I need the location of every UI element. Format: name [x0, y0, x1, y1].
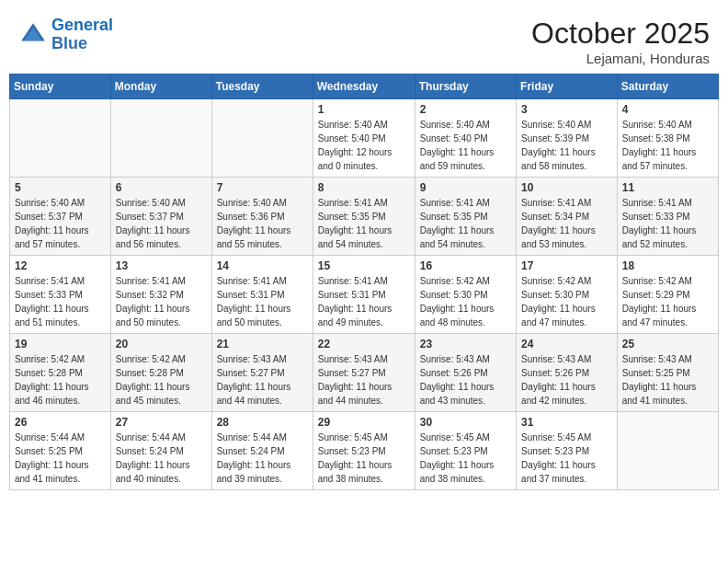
day-number: 8 [318, 181, 410, 194]
day-number: 11 [622, 181, 713, 194]
day-number: 31 [521, 416, 612, 429]
day-number: 20 [116, 338, 207, 350]
logo-line1: General [51, 16, 113, 34]
day-info: Sunrise: 5:40 AM Sunset: 5:40 PM Dayligh… [318, 118, 410, 173]
logo-icon [18, 20, 48, 50]
day-number: 5 [15, 181, 106, 194]
day-number: 10 [521, 181, 612, 194]
day-number: 21 [217, 338, 308, 350]
day-info: Sunrise: 5:42 AM Sunset: 5:30 PM Dayligh… [521, 274, 612, 329]
day-info: Sunrise: 5:43 AM Sunset: 5:25 PM Dayligh… [622, 352, 713, 408]
calendar-cell: 22Sunrise: 5:43 AM Sunset: 5:27 PM Dayli… [313, 334, 415, 412]
day-number: 1 [318, 103, 410, 116]
day-info: Sunrise: 5:42 AM Sunset: 5:28 PM Dayligh… [15, 352, 106, 408]
day-info: Sunrise: 5:42 AM Sunset: 5:30 PM Dayligh… [420, 274, 511, 329]
month-title: October 2025 [531, 17, 710, 51]
day-number: 9 [420, 181, 511, 194]
day-info: Sunrise: 5:43 AM Sunset: 5:27 PM Dayligh… [318, 352, 410, 408]
day-number: 6 [116, 181, 207, 194]
day-info: Sunrise: 5:43 AM Sunset: 5:27 PM Dayligh… [217, 352, 308, 408]
calendar-cell: 16Sunrise: 5:42 AM Sunset: 5:30 PM Dayli… [415, 256, 516, 334]
day-number: 13 [116, 259, 207, 272]
day-info: Sunrise: 5:40 AM Sunset: 5:38 PM Dayligh… [622, 118, 713, 173]
day-info: Sunrise: 5:40 AM Sunset: 5:37 PM Dayligh… [116, 196, 207, 251]
day-info: Sunrise: 5:40 AM Sunset: 5:39 PM Dayligh… [521, 118, 612, 173]
day-info: Sunrise: 5:45 AM Sunset: 5:23 PM Dayligh… [420, 431, 511, 486]
calendar-cell: 27Sunrise: 5:44 AM Sunset: 5:24 PM Dayli… [110, 412, 211, 490]
day-number: 2 [420, 103, 511, 116]
day-info: Sunrise: 5:41 AM Sunset: 5:35 PM Dayligh… [420, 196, 511, 251]
day-info: Sunrise: 5:40 AM Sunset: 5:37 PM Dayligh… [15, 196, 106, 251]
weekday-header-row: SundayMondayTuesdayWednesdayThursdayFrid… [10, 75, 719, 99]
day-number: 15 [318, 259, 410, 272]
calendar-cell: 19Sunrise: 5:42 AM Sunset: 5:28 PM Dayli… [10, 334, 111, 412]
calendar-cell: 6Sunrise: 5:40 AM Sunset: 5:37 PM Daylig… [110, 178, 211, 256]
calendar-cell: 11Sunrise: 5:41 AM Sunset: 5:33 PM Dayli… [617, 178, 718, 256]
day-info: Sunrise: 5:41 AM Sunset: 5:35 PM Dayligh… [318, 196, 410, 251]
day-number: 7 [217, 181, 308, 194]
calendar-cell: 1Sunrise: 5:40 AM Sunset: 5:40 PM Daylig… [313, 99, 415, 178]
calendar-cell: 29Sunrise: 5:45 AM Sunset: 5:23 PM Dayli… [313, 412, 415, 490]
day-number: 17 [521, 259, 612, 272]
weekday-header-saturday: Saturday [617, 75, 718, 99]
day-number: 4 [622, 103, 713, 116]
calendar-cell: 7Sunrise: 5:40 AM Sunset: 5:36 PM Daylig… [211, 178, 313, 256]
calendar-cell: 3Sunrise: 5:40 AM Sunset: 5:39 PM Daylig… [517, 99, 618, 178]
day-info: Sunrise: 5:41 AM Sunset: 5:32 PM Dayligh… [116, 274, 207, 329]
title-area: October 2025 Lejamani, Honduras [531, 17, 710, 66]
calendar-week-1: 1Sunrise: 5:40 AM Sunset: 5:40 PM Daylig… [10, 99, 719, 178]
calendar-cell: 23Sunrise: 5:43 AM Sunset: 5:26 PM Dayli… [415, 334, 516, 412]
calendar-cell: 21Sunrise: 5:43 AM Sunset: 5:27 PM Dayli… [211, 334, 313, 412]
calendar-week-5: 26Sunrise: 5:44 AM Sunset: 5:25 PM Dayli… [10, 412, 719, 490]
calendar-cell: 14Sunrise: 5:41 AM Sunset: 5:31 PM Dayli… [211, 256, 313, 334]
calendar-cell: 9Sunrise: 5:41 AM Sunset: 5:35 PM Daylig… [415, 178, 516, 256]
day-info: Sunrise: 5:40 AM Sunset: 5:36 PM Dayligh… [217, 196, 308, 251]
day-info: Sunrise: 5:41 AM Sunset: 5:34 PM Dayligh… [521, 196, 612, 251]
day-info: Sunrise: 5:41 AM Sunset: 5:33 PM Dayligh… [15, 274, 106, 329]
day-number: 19 [15, 338, 106, 350]
weekday-header-monday: Monday [110, 75, 211, 99]
day-info: Sunrise: 5:41 AM Sunset: 5:31 PM Dayligh… [318, 274, 410, 329]
day-number: 3 [521, 103, 612, 116]
calendar-cell: 18Sunrise: 5:42 AM Sunset: 5:29 PM Dayli… [617, 256, 718, 334]
calendar-table: SundayMondayTuesdayWednesdayThursdayFrid… [9, 74, 719, 490]
day-info: Sunrise: 5:45 AM Sunset: 5:23 PM Dayligh… [521, 431, 612, 486]
weekday-header-tuesday: Tuesday [211, 75, 313, 99]
day-number: 14 [217, 259, 308, 272]
day-info: Sunrise: 5:42 AM Sunset: 5:28 PM Dayligh… [116, 352, 207, 408]
calendar-week-3: 12Sunrise: 5:41 AM Sunset: 5:33 PM Dayli… [10, 256, 719, 334]
calendar-cell: 2Sunrise: 5:40 AM Sunset: 5:40 PM Daylig… [415, 99, 516, 178]
day-number: 30 [420, 416, 511, 429]
day-info: Sunrise: 5:41 AM Sunset: 5:31 PM Dayligh… [217, 274, 308, 329]
logo-line2: Blue [51, 35, 113, 53]
day-number: 23 [420, 338, 511, 350]
day-number: 24 [521, 338, 612, 350]
day-number: 29 [318, 416, 410, 429]
calendar-cell: 20Sunrise: 5:42 AM Sunset: 5:28 PM Dayli… [110, 334, 211, 412]
calendar-week-4: 19Sunrise: 5:42 AM Sunset: 5:28 PM Dayli… [10, 334, 719, 412]
calendar-week-2: 5Sunrise: 5:40 AM Sunset: 5:37 PM Daylig… [10, 178, 719, 256]
calendar-cell: 13Sunrise: 5:41 AM Sunset: 5:32 PM Dayli… [110, 256, 211, 334]
page-header: General Blue October 2025 Lejamani, Hond… [9, 9, 719, 66]
day-number: 12 [15, 259, 106, 272]
calendar-cell: 8Sunrise: 5:41 AM Sunset: 5:35 PM Daylig… [313, 178, 415, 256]
calendar-cell [10, 99, 111, 178]
day-info: Sunrise: 5:43 AM Sunset: 5:26 PM Dayligh… [420, 352, 511, 408]
calendar-cell: 5Sunrise: 5:40 AM Sunset: 5:37 PM Daylig… [10, 178, 111, 256]
calendar-cell: 12Sunrise: 5:41 AM Sunset: 5:33 PM Dayli… [10, 256, 111, 334]
calendar-cell: 26Sunrise: 5:44 AM Sunset: 5:25 PM Dayli… [10, 412, 111, 490]
location: Lejamani, Honduras [531, 51, 710, 66]
weekday-header-wednesday: Wednesday [313, 75, 415, 99]
day-number: 25 [622, 338, 713, 350]
day-number: 27 [116, 416, 207, 429]
day-info: Sunrise: 5:44 AM Sunset: 5:24 PM Dayligh… [217, 431, 308, 486]
logo: General Blue [18, 17, 113, 53]
calendar-cell: 10Sunrise: 5:41 AM Sunset: 5:34 PM Dayli… [517, 178, 618, 256]
calendar-cell: 31Sunrise: 5:45 AM Sunset: 5:23 PM Dayli… [517, 412, 618, 490]
logo-text: General Blue [51, 17, 113, 53]
calendar-cell: 25Sunrise: 5:43 AM Sunset: 5:25 PM Dayli… [617, 334, 718, 412]
day-info: Sunrise: 5:40 AM Sunset: 5:40 PM Dayligh… [420, 118, 511, 173]
day-number: 16 [420, 259, 511, 272]
calendar-cell: 24Sunrise: 5:43 AM Sunset: 5:26 PM Dayli… [517, 334, 618, 412]
day-number: 28 [217, 416, 308, 429]
